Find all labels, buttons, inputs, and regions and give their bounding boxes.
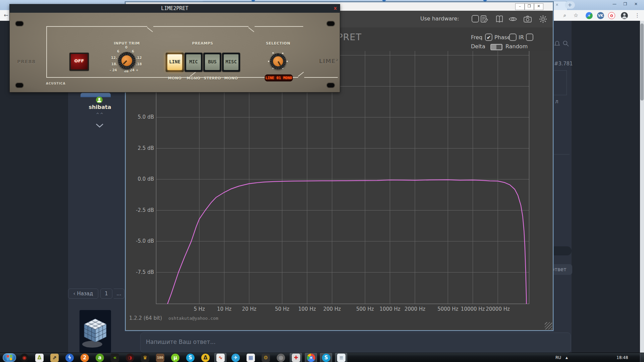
edit-icon[interactable] <box>480 15 488 23</box>
gamepad-app-icon[interactable]: ◎ <box>277 354 285 362</box>
crown-app-icon[interactable]: ♛ <box>141 354 149 362</box>
zoom-icon[interactable]: ⌕ <box>561 11 569 19</box>
page-scrollbar[interactable] <box>640 21 644 353</box>
x-tick-label: 2000 Hz <box>400 306 430 312</box>
trim-tick: 6 <box>132 50 134 53</box>
delta-toggle[interactable] <box>490 44 502 50</box>
bracket-line <box>248 27 254 32</box>
misc-label: MISC <box>222 59 240 64</box>
gear-icon[interactable] <box>539 15 547 23</box>
screw-icon <box>15 82 24 88</box>
tab-close-icon[interactable]: ✕ <box>555 3 558 7</box>
y-tick-label: 2.5 dB <box>126 145 154 151</box>
start-button[interactable] <box>3 353 16 362</box>
search-icon[interactable] <box>562 40 570 47</box>
lightning-app-icon[interactable]: ϟ <box>65 354 74 362</box>
power-off-button[interactable]: OFF <box>69 53 89 71</box>
orange-2-app-icon[interactable]: 2 <box>80 354 89 362</box>
off-label: OFF <box>69 58 89 63</box>
chevron-down-icon[interactable] <box>95 123 104 128</box>
line-label: LINE <box>166 59 184 64</box>
bell-icon[interactable] <box>553 40 561 47</box>
back-button[interactable]: ← <box>2 11 10 19</box>
cube-avatar-image[interactable] <box>79 310 111 353</box>
map-app-icon[interactable]: ⇗ <box>50 354 59 362</box>
bracket-line <box>304 77 338 78</box>
window-minimize-button[interactable]: – <box>515 3 525 10</box>
book-icon[interactable] <box>495 15 504 23</box>
browser-menu-icon[interactable]: ⋮ <box>633 11 641 19</box>
preamp-bus-button[interactable]: BUS <box>203 53 221 72</box>
trim-tick: 24 + <box>130 68 139 72</box>
freq-checkbox[interactable]: ✔ <box>485 34 492 41</box>
page-ellipsis-button[interactable]: ... <box>114 289 124 299</box>
trim-tick: .12 <box>136 56 142 60</box>
dark-orb-app-icon[interactable]: ◑ <box>126 354 134 362</box>
back-nav-button[interactable]: ‹ Назад <box>68 289 98 299</box>
window-maximize-button[interactable]: ❒ <box>525 3 534 10</box>
brand-logo: LIME² <box>319 58 338 65</box>
use-hardware-checkbox[interactable] <box>472 15 479 22</box>
profile-avatar[interactable] <box>621 12 628 19</box>
selection-label: SELECTION <box>261 41 295 46</box>
brown-box-app-icon[interactable]: 180 <box>156 354 164 362</box>
opera-extension-icon[interactable]: O <box>608 12 615 19</box>
telegram-app-icon[interactable]: ✈ <box>231 354 240 362</box>
plugin-panel: PRE88 OFF INPUT TRIM 0 6 6 12. .12 18. .… <box>10 13 340 92</box>
notepad-app-icon[interactable]: ≡ <box>337 354 345 362</box>
freq-label: Freq <box>471 34 482 41</box>
close-icon[interactable]: x <box>334 5 337 11</box>
skype-app-icon[interactable]: S <box>186 354 195 362</box>
ir-checkbox[interactable] <box>526 34 533 41</box>
trim-tick: 0 <box>125 46 127 49</box>
taskbar-clock[interactable]: 18:48 <box>616 355 628 360</box>
misc-mode-label: MONO <box>218 76 245 80</box>
camera-icon[interactable] <box>523 15 532 23</box>
browser-close-button[interactable]: ✕ <box>631 1 641 7</box>
green-lock-app-icon[interactable]: a <box>96 354 104 362</box>
translate-extension-icon[interactable]: + <box>586 12 593 19</box>
bracket-line <box>147 27 153 32</box>
vk-extension-icon[interactable]: VK <box>597 12 604 19</box>
preamp-misc-button[interactable]: MISC <box>222 53 240 72</box>
triangle-app-icon[interactable]: Δ <box>201 354 210 362</box>
trim-tick: - 24 <box>110 68 117 72</box>
y-tick-label: -5.0 dB <box>126 238 154 244</box>
scrollbar-thumb[interactable] <box>640 23 644 101</box>
wrench-app-icon[interactable]: ⚙ <box>262 354 270 362</box>
calendar-app-icon[interactable]: ▦ <box>247 354 255 362</box>
window-close-button[interactable]: ✕ <box>534 3 543 10</box>
reply-placeholder: Напишите Ваш ответ... <box>146 339 216 345</box>
new-tab-button[interactable]: + <box>565 1 575 9</box>
page-1-button[interactable]: 1 <box>100 289 112 299</box>
utorrent-app-icon[interactable]: µ <box>171 354 179 362</box>
preamp-line-button[interactable]: LINE <box>166 53 184 72</box>
plugin-titlebar[interactable]: LIME2PRET x <box>9 4 340 13</box>
input-trim-label: INPUT TRIM <box>110 41 144 46</box>
x-tick-label: 20000 Hz <box>483 306 513 312</box>
bookmark-star-icon[interactable]: ☆ <box>572 11 580 19</box>
language-indicator[interactable]: RU <box>555 355 561 360</box>
show-desktop-button[interactable] <box>640 353 644 362</box>
username[interactable]: shibata <box>68 104 132 110</box>
browser-minimize-button[interactable]: — <box>610 1 619 7</box>
use-hardware-label: Use hardware: <box>420 15 459 22</box>
phase-checkbox[interactable] <box>509 34 517 41</box>
resize-grip[interactable] <box>545 322 552 329</box>
eye-icon[interactable] <box>508 15 517 23</box>
tray-expand-icon[interactable]: ▲ <box>566 356 568 359</box>
selection-knob[interactable] <box>270 53 286 69</box>
input-trim-knob[interactable] <box>118 52 136 69</box>
preamp-mic-button[interactable]: MIC <box>184 53 203 72</box>
windows-logo-icon <box>7 355 12 360</box>
chevrons-app-icon[interactable]: « <box>111 354 119 362</box>
browser-restore-button[interactable]: ❐ <box>621 1 630 7</box>
red-cross-app-icon[interactable]: ✚ <box>292 354 300 362</box>
recorder-app-icon[interactable]: ◉ <box>20 354 29 362</box>
reply-input[interactable]: Напишите Ваш ответ... <box>140 333 571 353</box>
skype-running-app-icon[interactable]: S <box>322 354 330 362</box>
chrome-app-icon[interactable] <box>307 354 315 362</box>
wave-editor-app-icon[interactable]: ∿ <box>216 354 225 362</box>
flask-app-icon[interactable]: Δ <box>35 354 44 362</box>
bracket-line <box>153 26 249 27</box>
